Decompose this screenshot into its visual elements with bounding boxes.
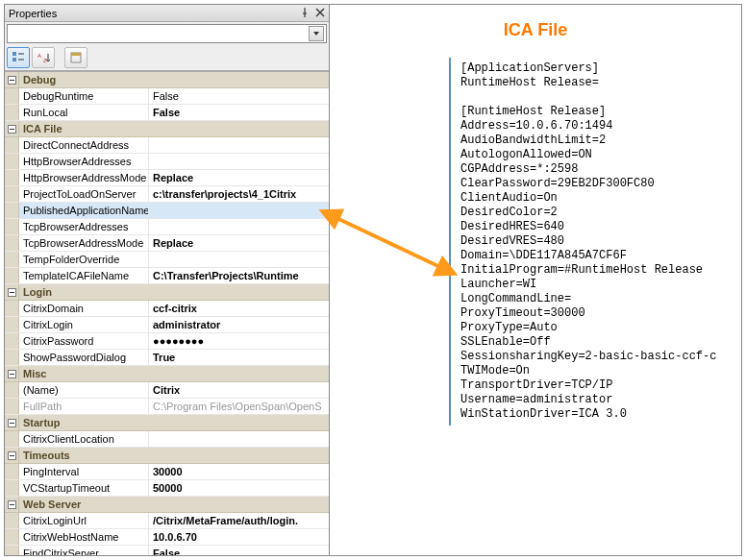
collapse-icon[interactable] xyxy=(5,415,19,430)
property-name: TcpBrowserAddresses xyxy=(19,219,149,234)
property-value[interactable]: Replace xyxy=(149,235,329,251)
property-name: CitrixWebHostName xyxy=(19,529,149,545)
property-name: TcpBrowserAddressMode xyxy=(19,235,149,251)
categorized-button[interactable] xyxy=(7,47,30,68)
collapse-icon[interactable] xyxy=(5,72,19,87)
property-value[interactable] xyxy=(149,154,329,169)
property-row[interactable]: PublishedApplicationName xyxy=(5,203,329,219)
property-name: HttpBrowserAddressMode xyxy=(19,170,149,185)
ica-line: ProxyTimeout=30000 xyxy=(460,306,732,321)
ica-line: ClearPassword=29EB2DF300FC80 xyxy=(460,177,732,191)
property-row[interactable]: FindCitrixServerFalse xyxy=(5,546,329,555)
property-row[interactable]: CitrixWebHostName10.0.6.70 xyxy=(5,529,329,546)
property-name: PingInterval xyxy=(19,464,149,479)
property-value[interactable] xyxy=(149,219,329,234)
property-row[interactable]: (Name)Citrix xyxy=(5,382,329,399)
property-value[interactable]: False xyxy=(149,88,329,104)
collapse-icon[interactable] xyxy=(5,284,19,300)
property-value[interactable] xyxy=(149,137,329,153)
alphabetical-button[interactable]: AZ xyxy=(32,47,55,68)
property-row[interactable]: HttpBrowserAddresses xyxy=(5,154,329,170)
section-startup[interactable]: Startup xyxy=(5,415,329,431)
property-value[interactable]: True xyxy=(149,350,329,365)
properties-header: Properties xyxy=(5,5,329,22)
property-value[interactable] xyxy=(149,252,329,267)
property-row[interactable]: CitrixLoginUrl/Citrix/MetaFrame/auth/log… xyxy=(5,513,329,529)
property-row[interactable]: TcpBrowserAddressModeReplace xyxy=(5,235,329,252)
property-row[interactable]: RunLocalFalse xyxy=(5,105,329,121)
property-row[interactable]: DebugRuntimeFalse xyxy=(5,88,329,105)
ica-line: Domain=\DDE117A845A7CF6F xyxy=(460,249,732,263)
property-name: RunLocal xyxy=(19,105,149,120)
property-value[interactable]: 30000 xyxy=(149,464,329,479)
ica-line: CGPAddress=*:2598 xyxy=(460,162,732,177)
ica-line: Address=10.0.6.70:1494 xyxy=(460,119,732,134)
property-row[interactable]: FullPathC:\Program Files\OpenSpan\OpenS xyxy=(5,399,329,415)
property-value[interactable]: ccf-citrix xyxy=(149,301,329,316)
section-web-server[interactable]: Web Server xyxy=(5,497,329,513)
property-value[interactable]: False xyxy=(149,105,329,120)
property-pages-button[interactable] xyxy=(64,47,87,68)
section-label: ICA File xyxy=(19,123,62,134)
property-grid[interactable]: DebugDebugRuntimeFalseRunLocalFalseICA F… xyxy=(5,71,329,555)
close-icon[interactable] xyxy=(315,8,325,19)
property-value[interactable] xyxy=(149,431,329,447)
collapse-icon[interactable] xyxy=(5,121,19,136)
collapse-icon[interactable] xyxy=(5,497,19,512)
property-name: CitrixPassword xyxy=(19,333,149,349)
property-value[interactable]: 10.0.6.70 xyxy=(149,529,329,545)
property-name: VCStartupTimeout xyxy=(19,480,149,496)
property-name: CitrixLoginUrl xyxy=(19,513,149,528)
chevron-down-icon[interactable] xyxy=(309,26,324,41)
ica-file-title: ICA File xyxy=(343,20,728,40)
property-row[interactable]: DirectConnectAddress xyxy=(5,137,329,154)
property-row[interactable]: CitrixDomainccf-citrix xyxy=(5,301,329,317)
property-row[interactable]: TcpBrowserAddresses xyxy=(5,219,329,235)
ica-line: TransportDriver=TCP/IP xyxy=(460,378,732,393)
section-ica-file[interactable]: ICA File xyxy=(5,121,329,137)
property-row[interactable]: CitrixLoginadministrator xyxy=(5,317,329,333)
section-misc[interactable]: Misc xyxy=(5,366,329,382)
ica-line: SessionsharingKey=2-basic-basic-ccf-c xyxy=(460,350,732,364)
property-value[interactable]: C:\Transfer\Projects\Runtime xyxy=(149,268,329,283)
property-row[interactable]: CitrixClientLocation xyxy=(5,431,329,448)
property-row[interactable]: PingInterval30000 xyxy=(5,464,329,480)
property-value[interactable]: False xyxy=(149,546,329,555)
property-value[interactable]: /Citrix/MetaFrame/auth/login. xyxy=(149,513,329,528)
property-name: PublishedApplicationName xyxy=(19,203,149,218)
property-row[interactable]: HttpBrowserAddressModeReplace xyxy=(5,170,329,186)
section-label: Login xyxy=(19,286,52,298)
svg-rect-0 xyxy=(12,52,16,56)
property-row[interactable]: TemplateICAFileNameC:\Transfer\Projects\… xyxy=(5,268,329,284)
property-value[interactable]: ●●●●●●●● xyxy=(149,333,329,349)
collapse-icon[interactable] xyxy=(5,448,19,463)
property-value[interactable]: administrator xyxy=(149,317,329,332)
ica-line: InitialProgram=#RuntimeHost Release xyxy=(460,263,732,278)
section-timeouts[interactable]: Timeouts xyxy=(5,448,329,464)
property-row[interactable]: TempFolderOverride xyxy=(5,252,329,268)
property-row[interactable]: CitrixPassword●●●●●●●● xyxy=(5,333,329,350)
ica-line: AutologonAllowed=ON xyxy=(460,148,732,162)
property-value[interactable] xyxy=(149,203,329,218)
section-debug[interactable]: Debug xyxy=(5,72,329,88)
collapse-icon[interactable] xyxy=(5,366,19,381)
property-row[interactable]: VCStartupTimeout50000 xyxy=(5,480,329,497)
ica-line: RuntimeHost Release= xyxy=(460,76,732,90)
ica-line: LongCommandLine= xyxy=(460,292,732,306)
section-login[interactable]: Login xyxy=(5,284,329,301)
property-row[interactable]: ShowPasswordDialogTrue xyxy=(5,350,329,366)
ica-line xyxy=(460,90,732,105)
ica-line: DesiredHRES=640 xyxy=(460,220,732,234)
property-name: (Name) xyxy=(19,382,149,398)
property-name: DirectConnectAddress xyxy=(19,137,149,153)
property-value[interactable]: c:\transfer\projects\4_1Citrix xyxy=(149,186,329,202)
object-selector[interactable] xyxy=(7,24,327,43)
property-name: FullPath xyxy=(19,399,149,414)
property-value[interactable]: Citrix xyxy=(149,382,329,398)
properties-title: Properties xyxy=(9,8,57,19)
pin-icon[interactable] xyxy=(300,8,310,19)
property-value[interactable]: C:\Program Files\OpenSpan\OpenS xyxy=(149,399,329,414)
property-value[interactable]: 50000 xyxy=(149,480,329,496)
property-value[interactable]: Replace xyxy=(149,170,329,185)
property-row[interactable]: ProjectToLoadOnServerc:\transfer\project… xyxy=(5,186,329,203)
